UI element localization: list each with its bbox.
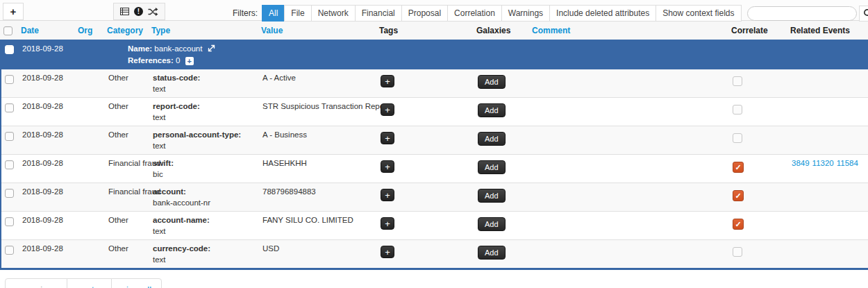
filter-tab-correlation[interactable]: Correlation bbox=[447, 5, 502, 22]
column-header-org[interactable]: Org bbox=[72, 21, 101, 40]
add-galaxy-button[interactable]: Add bbox=[478, 160, 506, 174]
attribute-org bbox=[74, 240, 103, 248]
filter-tab-proposal[interactable]: Proposal bbox=[401, 5, 448, 22]
exclamation-circle-icon[interactable]: ! bbox=[134, 7, 143, 16]
row-checkbox[interactable] bbox=[5, 246, 14, 255]
filter-tabs: AllFileNetworkFinancialProposalCorrelati… bbox=[262, 5, 742, 22]
object-group-bank-account: 2018-09-28 Name: bank-account References… bbox=[0, 40, 868, 270]
column-header-date[interactable]: Date bbox=[15, 21, 72, 40]
column-header-category[interactable]: Category bbox=[101, 21, 146, 40]
attribute-value: USD bbox=[257, 240, 375, 257]
column-header-value[interactable]: Value bbox=[256, 21, 374, 40]
attribute-date: 2018-09-28 bbox=[17, 98, 74, 115]
column-header-type[interactable]: Type bbox=[146, 21, 256, 40]
object-row-checkbox[interactable] bbox=[5, 45, 14, 54]
related-events-cell bbox=[786, 98, 868, 106]
add-tag-button[interactable]: + bbox=[381, 160, 394, 173]
related-event-link[interactable]: 3849 bbox=[792, 159, 810, 167]
add-attribute-button[interactable]: + bbox=[3, 3, 24, 20]
magnifier-icon bbox=[863, 8, 868, 19]
correlate-checkbox[interactable] bbox=[733, 105, 742, 115]
attribute-date: 2018-09-28 bbox=[17, 183, 74, 200]
add-galaxy-button[interactable]: Add bbox=[478, 75, 506, 89]
correlate-checkbox[interactable] bbox=[733, 133, 742, 143]
add-tag-button[interactable]: + bbox=[381, 75, 394, 87]
select-all-checkbox[interactable] bbox=[3, 26, 12, 35]
correlate-checkbox-checked[interactable]: ✓ bbox=[733, 219, 744, 230]
object-name-label: Name: bbox=[128, 44, 152, 53]
pagination-previous: « previous bbox=[5, 278, 67, 288]
search-button[interactable] bbox=[859, 6, 868, 22]
row-checkbox[interactable] bbox=[5, 132, 14, 141]
attribute-comment bbox=[528, 212, 727, 220]
row-checkbox[interactable] bbox=[5, 160, 14, 169]
filter-tab-network[interactable]: Network bbox=[311, 5, 356, 22]
filter-tab-file[interactable]: File bbox=[284, 5, 311, 22]
correlate-checkbox-checked[interactable]: ✓ bbox=[733, 162, 744, 173]
row-checkbox[interactable] bbox=[5, 103, 14, 112]
shuffle-icon[interactable] bbox=[148, 8, 158, 16]
filter-tab-warnings[interactable]: Warnings bbox=[501, 5, 550, 22]
filter-tab-all[interactable]: All bbox=[262, 5, 285, 22]
object-references-label: References: bbox=[128, 56, 174, 65]
column-header-correlate: Correlate bbox=[726, 21, 785, 40]
object-info: Name: bank-account References: 0 + bbox=[103, 40, 868, 69]
attribute-row: 2018-09-28Otherreport-code:textSTR Suspi… bbox=[1, 97, 868, 126]
correlate-checkbox[interactable] bbox=[733, 247, 742, 257]
correlate-checkbox-checked[interactable]: ✓ bbox=[733, 190, 744, 201]
add-tag-button[interactable]: + bbox=[381, 246, 394, 258]
add-tag-button[interactable]: + bbox=[381, 132, 394, 144]
attribute-comment bbox=[528, 183, 727, 192]
related-events-cell bbox=[786, 126, 868, 135]
related-events-cell bbox=[786, 69, 868, 78]
pagination-view-all[interactable]: view all bbox=[111, 278, 162, 288]
filter-tab-include-deleted-attributes[interactable]: Include deleted attributes bbox=[549, 5, 656, 22]
attribute-rows: 2018-09-28Otherstatus-code:textA - Activ… bbox=[1, 69, 868, 268]
attribute-value: STR Suspicious Transaction Report bbox=[257, 98, 375, 115]
sightings-toolbar: ! bbox=[113, 3, 165, 20]
add-tag-button[interactable]: + bbox=[381, 217, 394, 230]
object-checkbox-cell bbox=[1, 40, 17, 54]
object-name: bank-account bbox=[154, 44, 202, 53]
filters-label: Filters: bbox=[233, 8, 258, 18]
pagination-next[interactable]: next » bbox=[67, 278, 112, 288]
attribute-comment bbox=[528, 98, 727, 106]
column-header-tags: Tags bbox=[374, 21, 471, 40]
add-galaxy-button[interactable]: Add bbox=[478, 189, 506, 203]
filter-tab-financial[interactable]: Financial bbox=[355, 5, 402, 22]
attribute-value: HASEHKHH bbox=[257, 155, 375, 171]
correlate-checkbox[interactable] bbox=[733, 76, 742, 86]
row-checkbox[interactable] bbox=[5, 75, 14, 84]
related-event-link[interactable]: 11584 bbox=[837, 159, 858, 167]
object-row[interactable]: 2018-09-28 Name: bank-account References… bbox=[1, 40, 868, 69]
add-galaxy-button[interactable]: Add bbox=[478, 103, 506, 117]
attribute-category: Financial fraud bbox=[103, 183, 147, 200]
add-galaxy-button[interactable]: Add bbox=[478, 246, 506, 260]
add-reference-icon[interactable]: + bbox=[185, 57, 194, 65]
add-galaxy-button[interactable]: Add bbox=[478, 217, 506, 231]
attribute-category: Other bbox=[103, 240, 147, 257]
add-tag-button[interactable]: + bbox=[381, 189, 394, 201]
attribute-comment bbox=[528, 69, 727, 78]
row-checkbox[interactable] bbox=[5, 189, 14, 198]
attribute-value: A - Business bbox=[257, 126, 375, 143]
attribute-type: account-name:text bbox=[147, 212, 257, 239]
row-checkbox[interactable] bbox=[5, 217, 14, 226]
attribute-comment bbox=[528, 155, 727, 163]
toolbar: + ! Filters: AllFileNetworkFinancia bbox=[0, 0, 868, 21]
attribute-type: swift:bic bbox=[147, 155, 257, 183]
column-header-comment[interactable]: Comment bbox=[526, 21, 726, 40]
list-icon[interactable] bbox=[120, 7, 129, 16]
add-tag-button[interactable]: + bbox=[381, 103, 394, 116]
add-galaxy-button[interactable]: Add bbox=[478, 132, 506, 146]
search-input[interactable] bbox=[747, 6, 857, 21]
attribute-type: currency-code:text bbox=[147, 240, 257, 268]
related-event-link[interactable]: 11320 bbox=[812, 159, 834, 167]
object-date: 2018-09-28 bbox=[17, 40, 74, 57]
expand-icon[interactable] bbox=[208, 45, 215, 53]
attribute-org bbox=[74, 69, 103, 78]
filter-tab-show-context-fields[interactable]: Show context fields bbox=[656, 5, 741, 22]
attribute-category: Other bbox=[103, 69, 147, 86]
related-events-cell bbox=[786, 212, 868, 220]
attribute-date: 2018-09-28 bbox=[17, 126, 74, 143]
